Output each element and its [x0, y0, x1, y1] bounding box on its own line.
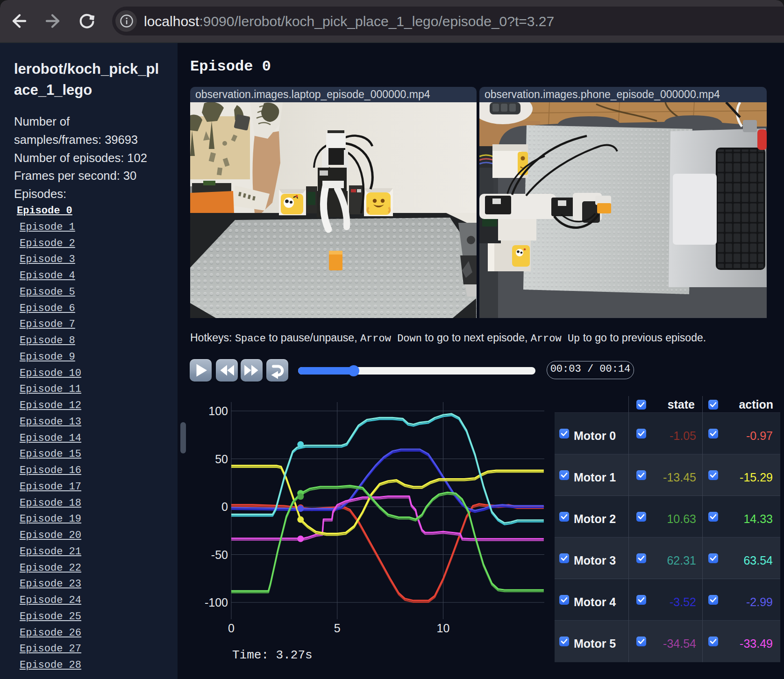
- svg-text:100: 100: [208, 404, 228, 417]
- svg-text:5: 5: [334, 622, 341, 635]
- svg-text:Time: 3.27s: Time: 3.27s: [232, 648, 313, 662]
- svg-text:0: 0: [228, 622, 235, 635]
- svg-text:10: 10: [437, 622, 450, 635]
- svg-text:-50: -50: [211, 548, 228, 561]
- svg-text:0: 0: [221, 500, 228, 513]
- svg-text:-100: -100: [205, 596, 228, 609]
- svg-text:50: 50: [215, 453, 228, 466]
